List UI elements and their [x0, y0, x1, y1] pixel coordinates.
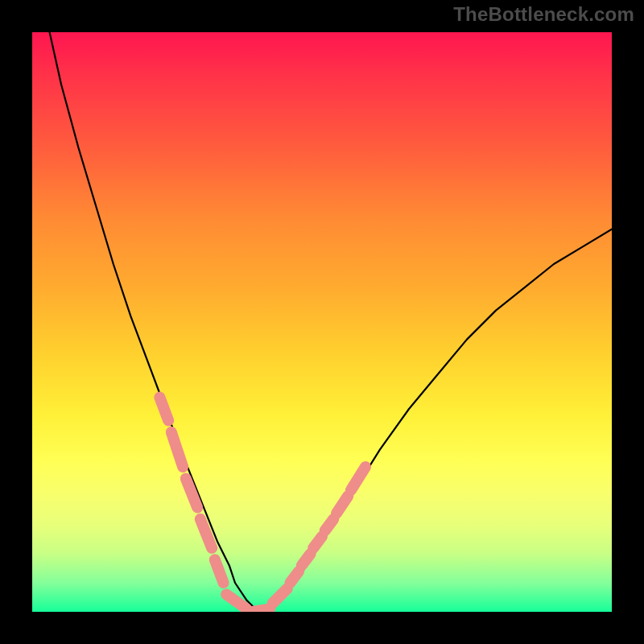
bottleneck-curve	[32, 32, 612, 612]
highlight-segment	[325, 519, 334, 530]
highlight-segment	[290, 572, 299, 583]
highlight-segment	[336, 496, 348, 514]
highlight-segment	[159, 398, 168, 421]
highlight-segment	[302, 554, 311, 565]
highlight-segment	[313, 536, 322, 547]
highlight-segment	[215, 559, 224, 583]
highlight-segment	[186, 478, 197, 507]
plot-area	[32, 32, 612, 612]
watermark-text: TheBottleneck.com	[453, 3, 634, 26]
highlight-segment	[273, 588, 287, 603]
highlight-segment	[171, 432, 183, 467]
highlight-segment	[351, 467, 365, 490]
chart-frame: TheBottleneck.com	[0, 0, 644, 644]
highlight-segment	[253, 609, 270, 612]
